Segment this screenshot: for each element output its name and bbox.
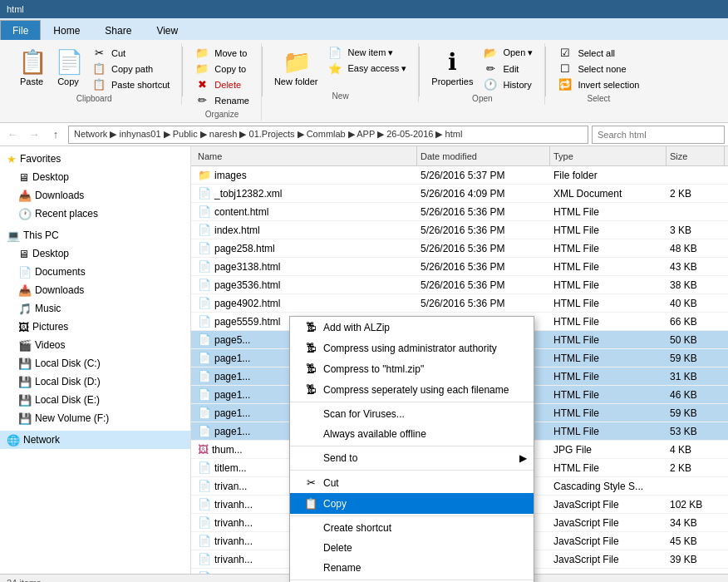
open-icon: 📂 <box>483 47 498 59</box>
file-size: 59 KB <box>667 407 725 419</box>
thispc-edrive[interactable]: 💾 Local Disk (E:) <box>0 391 190 409</box>
context-menu-item[interactable]: ✂ Cut <box>290 472 534 493</box>
context-menu-item[interactable]: 🗜 Compress seperately using each filenam… <box>290 379 534 400</box>
context-menu-item[interactable]: Always available offline <box>290 424 534 444</box>
file-type: JavaScript File <box>550 572 667 575</box>
file-icon: 📄 <box>198 425 211 437</box>
back-button[interactable]: ← <box>3 126 22 144</box>
paste-shortcut-button[interactable]: 📋 Paste shortcut <box>88 76 173 92</box>
favorites-header[interactable]: ★ Favorites <box>0 150 190 168</box>
favorites-downloads[interactable]: 📥 Downloads <box>0 186 190 205</box>
paste-button[interactable]: 📋 Paste <box>13 45 50 90</box>
invert-selection-button[interactable]: 🔁 Invert selection <box>554 76 642 92</box>
copy-path-button[interactable]: 📋 Copy path <box>88 61 173 76</box>
context-menu-item[interactable]: Delete <box>290 538 534 558</box>
file-icon: 📄 <box>198 315 211 328</box>
header-date[interactable]: Date modified <box>417 146 550 165</box>
context-menu-item[interactable]: 🗜 Add with ALZip <box>290 317 534 338</box>
forward-button[interactable]: → <box>25 126 43 144</box>
file-name-text: page1... <box>214 353 250 364</box>
open-label: Open <box>472 92 492 103</box>
table-row[interactable]: 📄 index.html 5/26/2016 5:36 PM HTML File… <box>191 221 728 239</box>
new-item-button[interactable]: 📄 New item ▾ <box>324 45 410 61</box>
properties-button[interactable]: ℹ Properties <box>426 45 478 90</box>
ctx-item-label: Scan for Viruses... <box>323 408 405 420</box>
paste-shortcut-icon: 📋 <box>91 78 106 91</box>
network-item[interactable]: 🌐 Network <box>0 431 190 449</box>
thispc-pictures[interactable]: 🖼 Pictures <box>0 318 190 336</box>
ctx-item-label: Always available offline <box>323 428 426 440</box>
table-row[interactable]: 📄 page3536.html 5/26/2016 5:36 PM HTML F… <box>191 276 728 294</box>
file-name-text: page1... <box>214 426 250 437</box>
clipboard-buttons: 📋 Paste 📄 Copy ✂ Cut 📋 Copy path 📋 <box>13 45 175 92</box>
table-row[interactable]: 📄 page3138.html 5/26/2016 5:36 PM HTML F… <box>191 258 728 276</box>
table-row[interactable]: 📁 images 5/26/2016 5:37 PM File folder <box>191 166 728 185</box>
rename-button[interactable]: ✏ Rename <box>191 92 253 108</box>
header-size[interactable]: Size <box>667 146 725 165</box>
new-folder-button[interactable]: 📁 New folder <box>269 45 323 90</box>
file-icon: 📄 <box>198 187 211 200</box>
file-size: 43 KB <box>667 261 725 273</box>
open-button[interactable]: 📂 Open ▾ <box>480 45 536 61</box>
select-none-button[interactable]: ☐ Select none <box>554 61 642 76</box>
thispc-videos[interactable]: 🎬 Videos <box>0 336 190 354</box>
thispc-music[interactable]: 🎵 Music <box>0 299 190 318</box>
context-menu-item[interactable]: Rename <box>290 558 534 578</box>
edit-button[interactable]: ✏ Edit <box>480 61 536 76</box>
delete-button[interactable]: ✖ Delete <box>191 76 253 92</box>
ctx-item-label: Compress seperately using each filename <box>323 384 509 396</box>
table-row[interactable]: 📄 _tobj12382.xml 5/26/2016 4:09 PM XML D… <box>191 185 728 203</box>
table-row[interactable]: 📄 page4902.html 5/26/2016 5:36 PM HTML F… <box>191 294 728 313</box>
thispc-downloads[interactable]: 📥 Downloads <box>0 281 190 299</box>
file-date: 5/26/2016 5:36 PM <box>417 261 550 273</box>
favorites-recent[interactable]: 🕐 Recent places <box>0 205 190 223</box>
tab-home[interactable]: Home <box>41 20 92 40</box>
thispc-documents[interactable]: 📄 Documents <box>0 263 190 281</box>
copy-button[interactable]: 📄 Copy <box>50 45 86 90</box>
header-type[interactable]: Type <box>550 146 667 165</box>
favorites-desktop[interactable]: 🖥 Desktop <box>0 168 190 186</box>
context-menu-item[interactable]: 📋 Copy <box>290 493 534 514</box>
context-menu-item[interactable]: Create shortcut <box>290 518 534 538</box>
up-button[interactable]: ↑ <box>47 126 65 144</box>
thispc-ddrive[interactable]: 💾 Local Disk (D:) <box>0 372 190 391</box>
ctx-item-icon: 🗜 <box>303 363 318 375</box>
file-type: JavaScript File <box>550 499 667 510</box>
thispc-desktop[interactable]: 🖥 Desktop <box>0 244 190 263</box>
file-name-text: trivanh... <box>214 554 253 565</box>
thispc-music-icon: 🎵 <box>18 303 32 315</box>
new-label: New <box>332 90 349 101</box>
clipboard-small-buttons: ✂ Cut 📋 Copy path 📋 Paste shortcut <box>88 45 173 92</box>
thispc-cdrive[interactable]: 💾 Local Disk (C:) <box>0 354 190 372</box>
file-size: 50 KB <box>667 334 725 346</box>
tab-share[interactable]: Share <box>92 20 144 40</box>
thispc-fdrive[interactable]: 💾 New Volume (F:) <box>0 409 190 427</box>
copy-to-button[interactable]: 📁 Copy to <box>191 61 253 76</box>
context-menu-item[interactable]: Send to ▶ <box>290 448 534 468</box>
file-type: HTML File <box>550 279 667 291</box>
open-group: ℹ Properties 📂 Open ▾ ✏ Edit 🕐 History O… <box>420 43 545 105</box>
search-input[interactable] <box>592 126 725 144</box>
file-type: HTML File <box>550 407 667 419</box>
cut-button[interactable]: ✂ Cut <box>88 45 173 61</box>
context-menu: 🗜 Add with ALZip 🗜 Compress using admini… <box>289 316 534 582</box>
file-size: 2 KB <box>667 462 725 474</box>
select-all-button[interactable]: ☑ Select all <box>554 45 642 61</box>
tab-file[interactable]: File <box>0 20 41 40</box>
context-menu-item[interactable]: 🗜 Compress to "html.zip" <box>290 358 534 379</box>
thispc-header[interactable]: 💻 This PC <box>0 226 190 244</box>
easy-access-button[interactable]: ⭐ Easy access ▾ <box>324 61 410 76</box>
tab-view[interactable]: View <box>144 20 190 40</box>
address-path[interactable]: Network ▶ inhynas01 ▶ Public ▶ naresh ▶ … <box>68 126 588 144</box>
context-menu-item[interactable]: 🗜 Compress using administrator authority <box>290 338 534 358</box>
table-row[interactable]: 📄 page258.html 5/26/2016 5:36 PM HTML Fi… <box>191 239 728 258</box>
history-button[interactable]: 🕐 History <box>480 76 536 92</box>
file-type: File folder <box>550 170 667 181</box>
paste-icon: 📋 <box>18 48 45 75</box>
file-name-text: page5559.html <box>214 316 280 328</box>
network-icon: 🌐 <box>7 434 20 446</box>
move-to-button[interactable]: 📁 Move to <box>191 45 253 61</box>
context-menu-item[interactable]: Scan for Viruses... <box>290 404 534 424</box>
header-name[interactable]: Name <box>194 146 417 165</box>
table-row[interactable]: 📄 content.html 5/26/2016 5:36 PM HTML Fi… <box>191 203 728 221</box>
